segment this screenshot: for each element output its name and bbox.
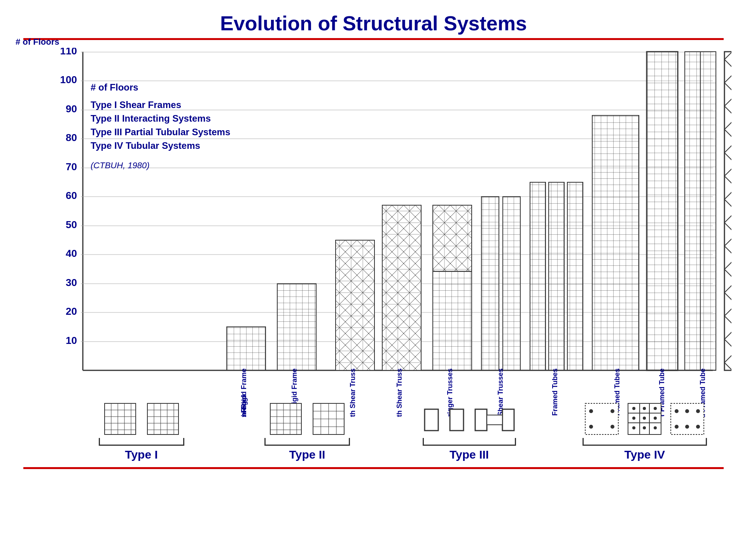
bar-frame-shear-truss2 (382, 205, 421, 370)
svg-rect-54 (724, 52, 731, 370)
fp-icon-7 (583, 401, 620, 436)
svg-point-106 (589, 409, 593, 413)
fp-icon-1 (103, 401, 138, 436)
y-axis-title: # of Floors (16, 37, 59, 47)
svg-point-109 (611, 425, 614, 429)
svg-rect-46 (503, 197, 520, 370)
fp-icon-6 (473, 401, 516, 436)
svg-point-127 (696, 409, 700, 413)
fp-icon-4 (311, 401, 346, 436)
bar-bundled-framed (685, 52, 716, 370)
svg-point-126 (685, 409, 689, 413)
svg-text:50: 50 (66, 219, 77, 230)
type-i-icons (103, 401, 180, 436)
svg-text:90: 90 (66, 103, 77, 115)
svg-rect-48 (549, 182, 564, 370)
type-i-bracket (99, 438, 184, 446)
svg-rect-101 (450, 409, 464, 431)
svg-rect-103 (502, 409, 514, 431)
svg-rect-102 (475, 409, 487, 431)
type-iii-icons (423, 401, 516, 436)
svg-point-107 (611, 409, 614, 413)
bottom-section: Type I (16, 401, 731, 469)
bar-end-channel-framed (592, 115, 639, 370)
svg-text:40: 40 (66, 248, 77, 259)
fp-icon-2 (145, 401, 180, 436)
svg-rect-37 (227, 327, 266, 370)
type-iv-group: Type IV (558, 401, 731, 461)
type-ii-group: Type II (234, 401, 381, 461)
fp-icon-9 (669, 401, 706, 436)
bar-frame-shear-truss1 (336, 240, 374, 370)
chart-area: 10 20 30 40 50 60 70 (49, 48, 731, 417)
svg-rect-40 (277, 284, 316, 370)
svg-point-115 (632, 407, 635, 410)
svg-point-121 (632, 426, 635, 429)
svg-text:(CTBUH, 1980): (CTBUH, 1980) (91, 160, 150, 170)
svg-point-108 (589, 425, 593, 429)
type-iv-bracket (583, 438, 707, 446)
svg-text:20: 20 (66, 305, 77, 317)
svg-rect-42 (382, 205, 421, 370)
bar-rigid-frame (277, 284, 316, 370)
title-underline (23, 38, 724, 40)
page-wrapper: Evolution of Structural Systems # of Flo… (0, 0, 747, 560)
svg-rect-104 (487, 415, 502, 425)
svg-text:80: 80 (66, 132, 77, 143)
bar-frame-outrigger (433, 205, 472, 370)
type-iv-label: Type IV (625, 448, 665, 461)
svg-point-120 (654, 417, 657, 420)
svg-point-129 (685, 425, 689, 429)
svg-point-130 (696, 425, 700, 429)
svg-point-117 (654, 407, 657, 410)
bar-exterior-framed (647, 52, 678, 370)
bottom-line (23, 467, 724, 469)
type-ii-bracket (264, 438, 350, 446)
svg-rect-49 (567, 182, 583, 370)
svg-rect-51 (647, 52, 678, 370)
svg-text:Type II    Interacting Systems: Type II Interacting Systems (91, 113, 211, 124)
svg-rect-45 (481, 197, 499, 370)
type-ii-icons (268, 401, 346, 436)
fp-icon-5 (423, 401, 465, 436)
bar-exterior-diag (724, 52, 731, 370)
svg-point-123 (654, 426, 657, 429)
svg-point-119 (643, 417, 646, 420)
svg-rect-44 (433, 205, 472, 271)
svg-text:60: 60 (66, 190, 77, 201)
floor-plans-row: Type I (16, 401, 731, 461)
type-i-group: Type I (72, 401, 211, 461)
svg-text:Type I     Shear Frames: Type I Shear Frames (91, 99, 181, 110)
bar-end-channel-middle (530, 182, 583, 370)
type-i-label: Type I (125, 448, 157, 461)
svg-rect-53 (700, 52, 716, 370)
svg-rect-47 (530, 182, 546, 370)
y-axis: # of Floors (16, 48, 49, 417)
svg-text:110: 110 (60, 48, 77, 57)
type-ii-label: Type II (289, 448, 325, 461)
svg-point-116 (643, 407, 646, 410)
type-iii-bracket (423, 438, 516, 446)
svg-rect-124 (671, 403, 704, 434)
svg-rect-52 (685, 52, 700, 370)
svg-text:30: 30 (66, 277, 77, 288)
svg-rect-105 (585, 403, 618, 434)
svg-rect-43 (433, 271, 472, 370)
svg-point-122 (643, 426, 646, 429)
svg-point-118 (632, 417, 635, 420)
svg-rect-50 (592, 115, 639, 370)
main-title: Evolution of Structural Systems (16, 8, 731, 35)
chart-svg: 10 20 30 40 50 60 70 (49, 48, 731, 417)
svg-text:# of Floors: # of Floors (91, 82, 138, 92)
svg-text:Type III   Partial Tubular Sys: Type III Partial Tubular Systems (91, 127, 230, 137)
svg-rect-41 (336, 240, 374, 370)
type-iii-label: Type III (450, 448, 489, 461)
svg-point-125 (675, 409, 679, 413)
type-iii-group: Type III (396, 401, 542, 461)
svg-text:70: 70 (66, 161, 77, 173)
svg-text:Type IV  Tubular Systems: Type IV Tubular Systems (91, 140, 200, 151)
svg-text:100: 100 (60, 74, 77, 85)
svg-rect-100 (425, 409, 438, 431)
svg-text:10: 10 (66, 335, 77, 346)
type-iv-icons (583, 401, 706, 436)
